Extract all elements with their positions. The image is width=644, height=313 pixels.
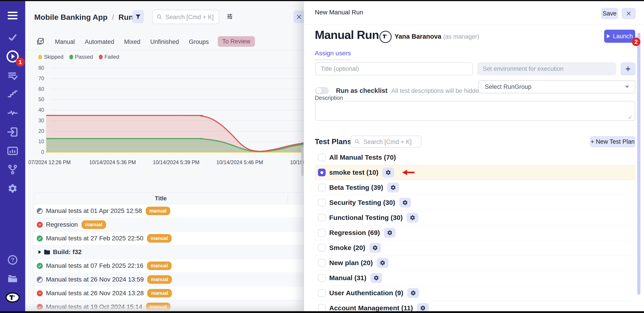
sidebar-logo[interactable] <box>0 292 25 303</box>
plan-settings-button[interactable] <box>407 213 418 223</box>
expand-caret-icon[interactable] <box>38 250 41 254</box>
plan-settings-button[interactable] <box>387 183 399 192</box>
run-title-input[interactable] <box>315 62 473 75</box>
tab-mixed[interactable]: Mixed <box>124 38 140 45</box>
sidebar-tests-icon[interactable] <box>0 32 25 43</box>
test-plan-row[interactable]: Manual (31) <box>315 271 636 286</box>
sidebar-checklist-icon[interactable] <box>0 70 25 82</box>
checkbox-unchecked[interactable] <box>318 154 326 161</box>
title-column-header[interactable]: Title <box>34 193 288 204</box>
test-plan-label[interactable]: Security Testing (30) <box>329 199 395 206</box>
rungroup-select[interactable]: Select RunGroup <box>478 80 636 93</box>
runs-search-input[interactable] <box>165 10 218 24</box>
owner-name[interactable]: Yana Baranova <box>394 33 441 40</box>
test-plan-row[interactable]: Security Testing (30) <box>315 195 636 210</box>
sidebar-projects-icon[interactable] <box>0 273 25 285</box>
run-title[interactable]: Manual tests at 07 Feb 2025 22:16 <box>46 262 144 269</box>
test-plan-label[interactable]: Smoke (20) <box>329 244 365 252</box>
test-plan-label[interactable]: Account Management (11) <box>329 304 413 311</box>
test-plan-label[interactable]: User Authentication (9) <box>329 289 403 297</box>
run-title[interactable]: Manual tests at 27 Feb 2025 22:50 <box>46 235 144 242</box>
test-plan-row[interactable]: Functional Testing (30) <box>315 210 636 225</box>
checkbox-unchecked[interactable] <box>318 214 326 221</box>
breadcrumb-project[interactable]: Mobile Banking App <box>34 13 108 21</box>
run-row[interactable]: Manual tests at 01 Apr 2025 12:58manual <box>34 204 304 218</box>
checkbox-unchecked[interactable] <box>318 244 326 252</box>
plan-settings-button[interactable] <box>407 288 419 298</box>
run-title[interactable]: Build: f32 <box>53 248 82 256</box>
sidebar-reports-icon[interactable] <box>0 145 25 157</box>
resize-grip-icon[interactable] <box>628 115 632 119</box>
test-plan-row[interactable]: New plan (20) <box>315 255 636 271</box>
checkbox-unchecked[interactable] <box>318 274 326 282</box>
description-textarea[interactable] <box>315 101 635 121</box>
tab-groups[interactable]: Groups <box>189 38 209 45</box>
tab-to-review[interactable]: To Review <box>218 36 255 47</box>
test-plan-row[interactable]: Beta Testing (39) <box>315 180 636 195</box>
run-row[interactable]: Manual tests at 07 Feb 2025 22:16manual <box>34 259 304 273</box>
drawer-scrollbar[interactable] <box>637 33 640 295</box>
run-title[interactable]: Manual tests at 26 Nov 2024 13:59 <box>46 276 144 283</box>
run-row[interactable]: Manual tests at 19 Oct 2024 15:14manual <box>34 300 304 311</box>
test-plan-row[interactable]: All Manual Tests (70) <box>315 150 636 165</box>
plan-settings-button[interactable] <box>417 303 429 311</box>
test-plans-search-input[interactable] <box>363 136 421 148</box>
select-all-icon[interactable] <box>36 37 45 46</box>
test-plan-row[interactable]: User Authentication (9) <box>315 286 636 301</box>
plan-settings-button[interactable] <box>377 258 388 268</box>
tab-unfinished[interactable]: Unfinished <box>150 38 179 45</box>
run-row[interactable]: Manual tests at 27 Feb 2025 22:50manual <box>34 232 304 245</box>
plan-settings-button[interactable] <box>369 243 381 253</box>
test-plan-label[interactable]: Functional Testing (30) <box>329 214 402 221</box>
checkbox-checked[interactable] <box>318 169 326 176</box>
tab-automated[interactable]: Automated <box>85 38 114 45</box>
test-plan-label[interactable]: Manual (31) <box>329 274 366 282</box>
checkbox-unchecked[interactable] <box>318 304 326 311</box>
run-as-checklist-toggle[interactable] <box>315 87 329 94</box>
run-title[interactable]: Manual tests at 19 Oct 2024 15:14 <box>46 303 142 311</box>
test-plan-label[interactable]: Regression (69) <box>329 229 380 237</box>
test-plan-label[interactable]: Beta Testing (39) <box>329 184 383 191</box>
run-row[interactable]: Manual tests at 26 Nov 2024 13:28manual <box>34 287 304 300</box>
checkbox-unchecked[interactable] <box>318 289 326 297</box>
environment-input[interactable] <box>477 62 616 75</box>
runs-panel-scrollbar[interactable] <box>301 147 304 176</box>
test-plan-label[interactable]: smoke test (10) <box>329 169 378 176</box>
runs-panel-close-button[interactable] <box>294 10 304 23</box>
drawer-close-button[interactable] <box>622 8 636 19</box>
test-plan-row[interactable]: Account Management (11) <box>315 301 636 311</box>
add-environment-button[interactable]: + <box>620 62 636 75</box>
new-test-plan-button[interactable]: + New Test Plan <box>590 136 635 147</box>
sidebar-help-icon[interactable]: ? <box>0 254 25 266</box>
plan-settings-button[interactable] <box>370 273 382 283</box>
sidebar-settings-icon[interactable] <box>0 183 25 194</box>
run-title[interactable]: Regression <box>46 221 78 228</box>
test-plan-label[interactable]: All Manual Tests (70) <box>329 154 396 161</box>
filter-button[interactable] <box>132 10 144 23</box>
checkbox-unchecked[interactable] <box>318 229 326 237</box>
save-button[interactable]: Save <box>601 8 618 19</box>
sidebar-activity-icon[interactable] <box>0 107 25 119</box>
tab-manual[interactable]: Manual <box>55 38 75 45</box>
sidebar-steps-icon[interactable] <box>0 88 25 100</box>
checkbox-unchecked[interactable] <box>318 259 326 267</box>
test-plan-row[interactable]: smoke test (10) <box>315 165 636 180</box>
test-plan-row[interactable]: Smoke (20) <box>315 240 636 255</box>
launch-button[interactable]: Launch <box>604 30 635 43</box>
test-plan-row[interactable]: Regression (69) <box>315 225 636 240</box>
run-row[interactable]: Manual tests at 26 Nov 2024 13:59manual <box>34 273 304 287</box>
menu-icon[interactable] <box>0 10 25 21</box>
run-row[interactable]: Build: f32 <box>34 245 304 259</box>
test-plan-label[interactable]: New plan (20) <box>329 259 373 267</box>
run-title[interactable]: Manual tests at 26 Nov 2024 13:28 <box>46 290 144 297</box>
sidebar-branches-icon[interactable] <box>0 164 25 175</box>
avatar[interactable] <box>380 31 392 43</box>
plan-settings-button[interactable] <box>399 198 411 207</box>
plan-settings-button[interactable] <box>382 167 394 177</box>
adjustments-icon[interactable] <box>226 13 233 20</box>
plan-settings-button[interactable] <box>384 228 396 238</box>
run-title[interactable]: Manual tests at 01 Apr 2025 12:58 <box>46 207 142 214</box>
checkbox-unchecked[interactable] <box>318 184 326 191</box>
run-row[interactable]: Regressionmanual <box>34 218 304 232</box>
sidebar-import-icon[interactable] <box>0 126 25 138</box>
